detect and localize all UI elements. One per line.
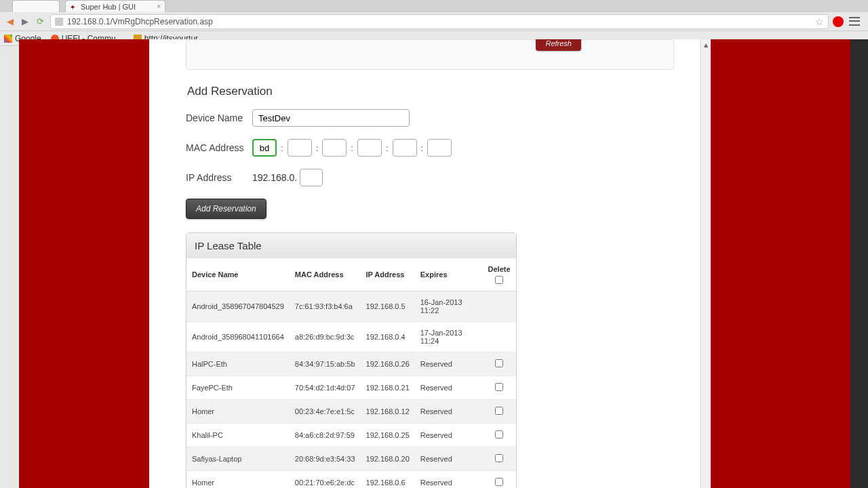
tab-title: Super Hub | GUI bbox=[81, 3, 136, 11]
adblock-icon[interactable] bbox=[833, 16, 844, 27]
close-icon[interactable]: × bbox=[157, 3, 161, 10]
left-margin bbox=[19, 39, 149, 46]
menu-icon[interactable] bbox=[849, 16, 860, 27]
url-field[interactable]: 192.168.0.1/VmRgDhcpReservation.asp ☆ bbox=[50, 14, 829, 29]
bookmark-star-icon[interactable]: ☆ bbox=[815, 16, 824, 27]
tab-bar: ✦ Super Hub | GUI × bbox=[0, 0, 868, 12]
background-tab[interactable] bbox=[12, 0, 60, 12]
active-tab[interactable]: ✦ Super Hub | GUI × bbox=[65, 0, 165, 12]
page-icon bbox=[55, 18, 63, 26]
reload-button[interactable]: ⟳ bbox=[34, 16, 46, 28]
url-text: 192.168.0.1/VmRgDhcpReservation.asp bbox=[67, 17, 213, 26]
url-bar: ◀ ▶ ⟳ 192.168.0.1/VmRgDhcpReservation.as… bbox=[0, 12, 868, 31]
scrollbar[interactable]: ▴ bbox=[700, 39, 711, 46]
refresh-button[interactable]: Refresh bbox=[536, 39, 581, 46]
google-icon bbox=[4, 35, 12, 43]
scroll-up-icon[interactable]: ▴ bbox=[701, 39, 711, 46]
top-panel: Refresh bbox=[186, 39, 674, 46]
right-margin bbox=[711, 39, 868, 46]
forward-button[interactable]: ▶ bbox=[19, 16, 31, 28]
favicon-icon: ✦ bbox=[70, 3, 77, 10]
back-button[interactable]: ◀ bbox=[4, 16, 16, 28]
